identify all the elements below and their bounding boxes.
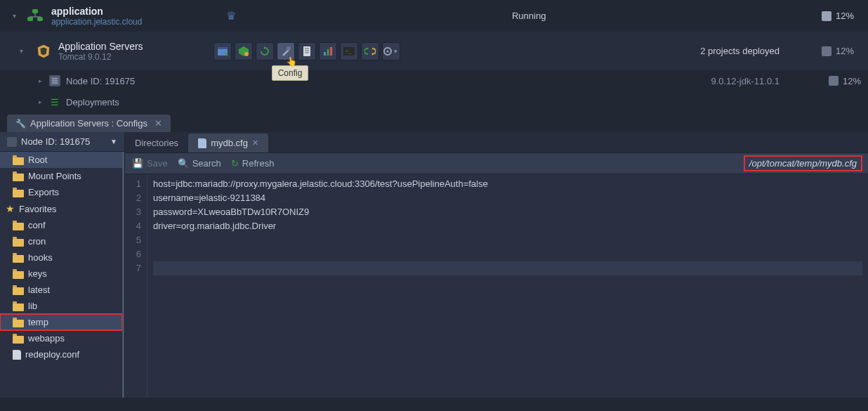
environment-icon bbox=[27, 9, 43, 23]
deployments-icon: ☰ bbox=[49, 96, 60, 107]
refresh-icon: ↻ bbox=[231, 158, 239, 169]
ssh-button[interactable]: >_ bbox=[340, 42, 358, 60]
svg-rect-9 bbox=[324, 52, 326, 56]
crown-icon: ♛ bbox=[226, 9, 236, 22]
tree-webapps[interactable]: webapps bbox=[0, 330, 122, 346]
sidebar-node-selector[interactable]: Node ID: 191675 ▼ bbox=[0, 132, 124, 152]
code-editor[interactable]: 1234567 host=jdbc:mariadb://proxy.mygale… bbox=[125, 174, 868, 398]
svg-point-3 bbox=[244, 52, 249, 56]
svg-rect-10 bbox=[327, 49, 329, 56]
environment-row: ▾ application application.jelastic.cloud… bbox=[0, 0, 868, 32]
env-expand-chevron[interactable]: ▾ bbox=[13, 12, 16, 20]
env-domain[interactable]: application.jelastic.cloud bbox=[51, 17, 142, 27]
cursor-icon: 👆 bbox=[286, 56, 297, 67]
folder-icon bbox=[13, 221, 24, 230]
svg-rect-19 bbox=[52, 82, 58, 84]
deployments-chevron[interactable]: ▸ bbox=[39, 98, 42, 105]
node-icon bbox=[49, 75, 60, 86]
appserver-version: Tomcat 9.0.12 bbox=[58, 52, 143, 62]
star-icon: ★ bbox=[6, 203, 15, 214]
folder-icon bbox=[13, 253, 24, 263]
tree-latest[interactable]: latest bbox=[0, 282, 122, 298]
tree-root[interactable]: Root bbox=[0, 152, 122, 168]
restart-button[interactable] bbox=[256, 42, 274, 60]
svg-rect-5 bbox=[303, 46, 310, 56]
save-icon: 💾 bbox=[132, 158, 143, 169]
tree-cron[interactable]: cron bbox=[0, 233, 122, 249]
folder-icon bbox=[13, 269, 24, 279]
favorites-header: ★Favorites bbox=[0, 200, 122, 217]
folder-icon bbox=[13, 188, 24, 197]
chevron-down-icon: ▼ bbox=[110, 138, 117, 145]
tree-redeploy-conf[interactable]: redeploy.conf bbox=[0, 346, 122, 363]
search-icon: 🔍 bbox=[178, 158, 189, 169]
directories-tab[interactable]: Directories bbox=[125, 133, 188, 152]
mydb-cfg-tab[interactable]: mydb.cfg ✕ bbox=[188, 133, 268, 152]
svg-rect-11 bbox=[330, 47, 332, 56]
node-usage: 12% bbox=[829, 76, 868, 86]
svg-text:>_: >_ bbox=[346, 48, 351, 54]
env-disk-usage: 12% bbox=[822, 11, 861, 21]
file-tree: Root Mount Points Exports ★Favorites con… bbox=[0, 152, 124, 398]
tree-exports[interactable]: Exports bbox=[0, 184, 122, 200]
search-button[interactable]: 🔍Search bbox=[178, 158, 221, 169]
deployments-row[interactable]: ▸ ☰ Deployments bbox=[0, 91, 868, 112]
node-version: 9.0.12-jdk-11.0.1 bbox=[711, 76, 780, 86]
file-icon bbox=[198, 138, 206, 148]
panel-tab-bar: 🔧 Application Servers : Configs ✕ bbox=[0, 112, 868, 132]
log-button[interactable] bbox=[298, 42, 316, 60]
tab-close-icon[interactable]: ✕ bbox=[154, 118, 162, 129]
tree-keys[interactable]: keys bbox=[0, 266, 122, 282]
wrench-icon: 🔧 bbox=[15, 119, 26, 129]
folder-icon bbox=[13, 171, 24, 181]
node-id-row[interactable]: ▸ Node ID: 191675 9.0.12-jdk-11.0.1 12% bbox=[0, 70, 868, 91]
svg-point-4 bbox=[287, 46, 291, 51]
tree-temp[interactable]: temp bbox=[0, 314, 122, 330]
appserver-toolbar: 👆 Config >_ ▾ bbox=[213, 42, 400, 60]
folder-icon bbox=[13, 318, 24, 327]
appserver-usage: 12% bbox=[822, 46, 861, 56]
remote-desktop-button[interactable] bbox=[235, 42, 253, 60]
tree-mount-points[interactable]: Mount Points bbox=[0, 168, 122, 184]
node-selector-icon bbox=[7, 137, 17, 147]
folder-icon bbox=[13, 237, 24, 247]
appserver-title[interactable]: Application Servers bbox=[58, 41, 143, 52]
app-server-row: ▾ Application Servers Tomcat 9.0.12 👆 Co… bbox=[0, 32, 868, 70]
svg-rect-1 bbox=[218, 47, 228, 49]
editor-action-bar: 💾Save 🔍Search ↻Refresh /opt/tomcat/temp/… bbox=[125, 153, 868, 174]
deploy-info: 2 projects deployed bbox=[700, 46, 780, 56]
deployments-label: Deployments bbox=[66, 97, 119, 107]
code-area[interactable]: host=jdbc:mariadb://proxy.mygalera.jelas… bbox=[147, 174, 868, 398]
tomcat-icon bbox=[36, 44, 51, 59]
open-browser-button[interactable] bbox=[213, 42, 232, 60]
refresh-button[interactable]: ↻Refresh bbox=[231, 158, 275, 169]
env-title[interactable]: application bbox=[51, 6, 142, 17]
node-chevron[interactable]: ▸ bbox=[39, 77, 42, 84]
tree-conf[interactable]: conf bbox=[0, 217, 122, 233]
config-tooltip: Config bbox=[272, 65, 309, 81]
redeploy-button[interactable] bbox=[361, 42, 379, 60]
line-gutter: 1234567 bbox=[125, 174, 147, 398]
file-tab-bar: Directories mydb.cfg ✕ bbox=[125, 132, 868, 153]
tree-hooks[interactable]: hooks bbox=[0, 249, 122, 266]
save-button[interactable]: 💾Save bbox=[132, 158, 168, 169]
node-id-label: Node ID: 191675 bbox=[66, 76, 135, 86]
file-path: /opt/tomcat/temp/mydb.cfg bbox=[745, 157, 861, 170]
statistics-button[interactable] bbox=[319, 42, 337, 60]
folder-icon bbox=[13, 155, 24, 165]
config-button[interactable]: 👆 Config bbox=[277, 42, 295, 60]
appserver-expand-chevron[interactable]: ▾ bbox=[20, 47, 23, 55]
file-tab-close-icon[interactable]: ✕ bbox=[252, 138, 258, 148]
disk-icon bbox=[822, 11, 831, 21]
config-sidebar: Node ID: 191675 ▼ Root Mount Points Expo… bbox=[0, 132, 125, 398]
env-status: Running bbox=[236, 11, 822, 21]
svg-rect-18 bbox=[52, 80, 58, 81]
folder-icon bbox=[13, 301, 24, 311]
configs-tab[interactable]: 🔧 Application Servers : Configs ✕ bbox=[7, 115, 171, 132]
settings-button[interactable]: ▾ bbox=[382, 42, 400, 60]
folder-icon bbox=[13, 285, 24, 295]
folder-icon bbox=[13, 334, 24, 344]
file-icon bbox=[13, 350, 21, 360]
tree-lib[interactable]: lib bbox=[0, 298, 122, 314]
svg-point-15 bbox=[386, 50, 388, 52]
